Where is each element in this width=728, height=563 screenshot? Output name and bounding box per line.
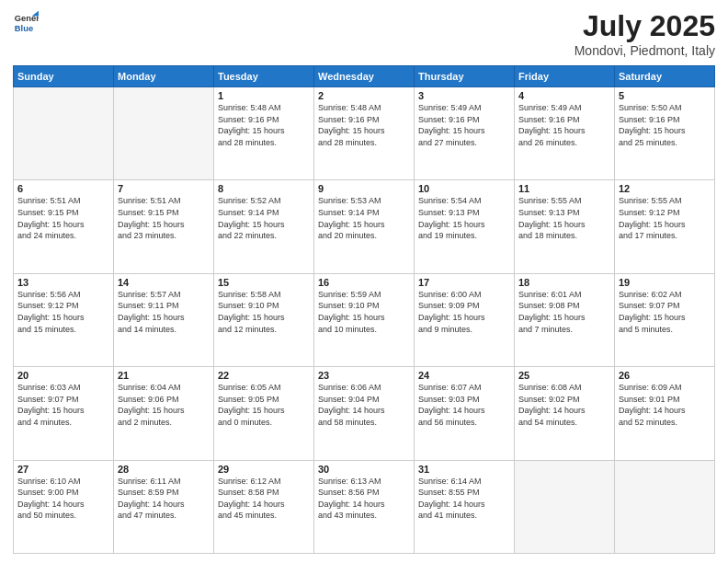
day-number: 13: [17, 277, 109, 288]
day-number: 22: [218, 370, 310, 381]
day-number: 8: [218, 183, 310, 194]
day-info: Sunrise: 6:08 AM Sunset: 9:02 PM Dayligh…: [518, 382, 610, 428]
table-cell: [615, 460, 715, 553]
day-number: 21: [118, 370, 210, 381]
day-number: 29: [218, 464, 310, 475]
day-info: Sunrise: 6:13 AM Sunset: 8:56 PM Dayligh…: [318, 476, 410, 522]
table-cell: 4Sunrise: 5:49 AM Sunset: 9:16 PM Daylig…: [515, 87, 615, 180]
day-number: 5: [619, 90, 711, 101]
day-number: 28: [118, 464, 210, 475]
table-cell: 18Sunrise: 6:01 AM Sunset: 9:08 PM Dayli…: [515, 273, 615, 366]
table-cell: 22Sunrise: 6:05 AM Sunset: 9:05 PM Dayli…: [214, 367, 314, 460]
table-cell: 15Sunrise: 5:58 AM Sunset: 9:10 PM Dayli…: [214, 273, 314, 366]
day-number: 31: [418, 464, 510, 475]
table-cell: [14, 87, 114, 180]
header-sunday: Sunday: [14, 66, 114, 87]
day-info: Sunrise: 6:10 AM Sunset: 9:00 PM Dayligh…: [17, 476, 109, 522]
day-number: 16: [318, 277, 410, 288]
day-info: Sunrise: 6:05 AM Sunset: 9:05 PM Dayligh…: [218, 382, 310, 428]
day-number: 2: [318, 90, 410, 101]
day-info: Sunrise: 6:12 AM Sunset: 8:58 PM Dayligh…: [218, 476, 310, 522]
table-cell: 26Sunrise: 6:09 AM Sunset: 9:01 PM Dayli…: [615, 367, 715, 460]
day-number: 11: [518, 183, 610, 194]
table-cell: 10Sunrise: 5:54 AM Sunset: 9:13 PM Dayli…: [415, 180, 515, 273]
table-cell: 12Sunrise: 5:55 AM Sunset: 9:12 PM Dayli…: [615, 180, 715, 273]
header-friday: Friday: [515, 66, 615, 87]
day-info: Sunrise: 6:11 AM Sunset: 8:59 PM Dayligh…: [118, 476, 210, 522]
day-info: Sunrise: 5:51 AM Sunset: 9:15 PM Dayligh…: [17, 195, 109, 241]
table-cell: 6Sunrise: 5:51 AM Sunset: 9:15 PM Daylig…: [14, 180, 114, 273]
week-row-3: 13Sunrise: 5:56 AM Sunset: 9:12 PM Dayli…: [14, 273, 715, 366]
logo: General Blue: [13, 9, 39, 35]
table-cell: 13Sunrise: 5:56 AM Sunset: 9:12 PM Dayli…: [14, 273, 114, 366]
day-info: Sunrise: 6:02 AM Sunset: 9:07 PM Dayligh…: [619, 289, 711, 335]
day-info: Sunrise: 5:49 AM Sunset: 9:16 PM Dayligh…: [518, 102, 610, 148]
day-number: 6: [17, 183, 109, 194]
day-info: Sunrise: 6:00 AM Sunset: 9:09 PM Dayligh…: [418, 289, 510, 335]
day-number: 18: [518, 277, 610, 288]
day-info: Sunrise: 5:53 AM Sunset: 9:14 PM Dayligh…: [318, 195, 410, 241]
day-number: 3: [418, 90, 510, 101]
day-number: 25: [518, 370, 610, 381]
table-cell: 7Sunrise: 5:51 AM Sunset: 9:15 PM Daylig…: [114, 180, 214, 273]
day-info: Sunrise: 6:03 AM Sunset: 9:07 PM Dayligh…: [17, 382, 109, 428]
day-number: 26: [619, 370, 711, 381]
day-number: 24: [418, 370, 510, 381]
title-block: July 2025 Mondovi, Piedmont, Italy: [574, 9, 715, 58]
table-cell: 17Sunrise: 6:00 AM Sunset: 9:09 PM Dayli…: [415, 273, 515, 366]
table-cell: 23Sunrise: 6:06 AM Sunset: 9:04 PM Dayli…: [314, 367, 415, 460]
day-number: 14: [118, 277, 210, 288]
day-info: Sunrise: 5:59 AM Sunset: 9:10 PM Dayligh…: [318, 289, 410, 335]
day-info: Sunrise: 6:14 AM Sunset: 8:55 PM Dayligh…: [418, 476, 510, 522]
day-info: Sunrise: 6:06 AM Sunset: 9:04 PM Dayligh…: [318, 382, 410, 428]
table-cell: 2Sunrise: 5:48 AM Sunset: 9:16 PM Daylig…: [314, 87, 415, 180]
day-number: 4: [518, 90, 610, 101]
day-info: Sunrise: 6:04 AM Sunset: 9:06 PM Dayligh…: [118, 382, 210, 428]
day-number: 7: [118, 183, 210, 194]
calendar-location: Mondovi, Piedmont, Italy: [574, 43, 715, 58]
table-cell: 5Sunrise: 5:50 AM Sunset: 9:16 PM Daylig…: [615, 87, 715, 180]
day-info: Sunrise: 6:01 AM Sunset: 9:08 PM Dayligh…: [518, 289, 610, 335]
day-info: Sunrise: 5:55 AM Sunset: 9:13 PM Dayligh…: [518, 195, 610, 241]
logo-icon: General Blue: [13, 9, 39, 35]
day-number: 15: [218, 277, 310, 288]
table-cell: 25Sunrise: 6:08 AM Sunset: 9:02 PM Dayli…: [515, 367, 615, 460]
week-row-2: 6Sunrise: 5:51 AM Sunset: 9:15 PM Daylig…: [14, 180, 715, 273]
day-info: Sunrise: 5:49 AM Sunset: 9:16 PM Dayligh…: [418, 102, 510, 148]
day-info: Sunrise: 5:48 AM Sunset: 9:16 PM Dayligh…: [218, 102, 310, 148]
table-cell: 24Sunrise: 6:07 AM Sunset: 9:03 PM Dayli…: [415, 367, 515, 460]
svg-text:Blue: Blue: [15, 24, 33, 33]
header-monday: Monday: [114, 66, 214, 87]
table-cell: 16Sunrise: 5:59 AM Sunset: 9:10 PM Dayli…: [314, 273, 415, 366]
day-number: 27: [17, 464, 109, 475]
table-cell: 20Sunrise: 6:03 AM Sunset: 9:07 PM Dayli…: [14, 367, 114, 460]
table-cell: 29Sunrise: 6:12 AM Sunset: 8:58 PM Dayli…: [214, 460, 314, 553]
week-row-5: 27Sunrise: 6:10 AM Sunset: 9:00 PM Dayli…: [14, 460, 715, 553]
day-info: Sunrise: 5:55 AM Sunset: 9:12 PM Dayligh…: [619, 195, 711, 241]
table-cell: 19Sunrise: 6:02 AM Sunset: 9:07 PM Dayli…: [615, 273, 715, 366]
table-cell: 11Sunrise: 5:55 AM Sunset: 9:13 PM Dayli…: [515, 180, 615, 273]
header-saturday: Saturday: [615, 66, 715, 87]
header-wednesday: Wednesday: [314, 66, 415, 87]
table-cell: 28Sunrise: 6:11 AM Sunset: 8:59 PM Dayli…: [114, 460, 214, 553]
day-info: Sunrise: 5:54 AM Sunset: 9:13 PM Dayligh…: [418, 195, 510, 241]
table-cell: 3Sunrise: 5:49 AM Sunset: 9:16 PM Daylig…: [415, 87, 515, 180]
day-number: 12: [619, 183, 711, 194]
day-info: Sunrise: 5:50 AM Sunset: 9:16 PM Dayligh…: [619, 102, 711, 148]
table-cell: [515, 460, 615, 553]
table-cell: 9Sunrise: 5:53 AM Sunset: 9:14 PM Daylig…: [314, 180, 415, 273]
day-number: 10: [418, 183, 510, 194]
week-row-1: 1Sunrise: 5:48 AM Sunset: 9:16 PM Daylig…: [14, 87, 715, 180]
day-number: 17: [418, 277, 510, 288]
table-cell: 8Sunrise: 5:52 AM Sunset: 9:14 PM Daylig…: [214, 180, 314, 273]
table-cell: 31Sunrise: 6:14 AM Sunset: 8:55 PM Dayli…: [415, 460, 515, 553]
day-number: 9: [318, 183, 410, 194]
week-row-4: 20Sunrise: 6:03 AM Sunset: 9:07 PM Dayli…: [14, 367, 715, 460]
day-info: Sunrise: 5:58 AM Sunset: 9:10 PM Dayligh…: [218, 289, 310, 335]
day-info: Sunrise: 6:07 AM Sunset: 9:03 PM Dayligh…: [418, 382, 510, 428]
day-number: 23: [318, 370, 410, 381]
page-header: General Blue July 2025 Mondovi, Piedmont…: [13, 9, 715, 58]
day-info: Sunrise: 5:51 AM Sunset: 9:15 PM Dayligh…: [118, 195, 210, 241]
header-thursday: Thursday: [415, 66, 515, 87]
day-info: Sunrise: 6:09 AM Sunset: 9:01 PM Dayligh…: [619, 382, 711, 428]
